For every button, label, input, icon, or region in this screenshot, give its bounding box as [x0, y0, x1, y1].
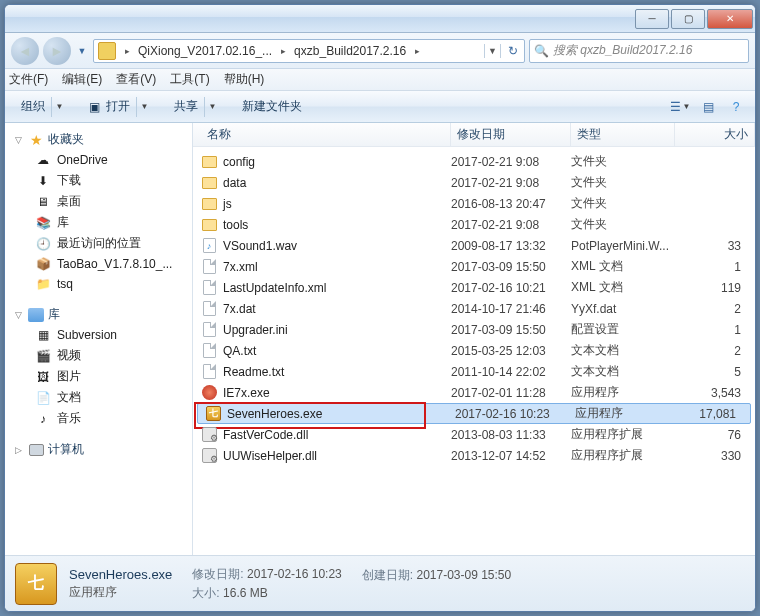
file-row[interactable]: js2016-08-13 20:47文件夹	[193, 193, 755, 214]
computer-icon	[29, 444, 44, 456]
status-size-label: 大小:	[192, 586, 219, 600]
sidebar-item[interactable]: ⬇下载	[5, 170, 192, 191]
file-date: 2017-02-01 11:28	[451, 386, 571, 400]
file-name: 7x.xml	[223, 260, 258, 274]
file-icon	[203, 322, 216, 337]
breadcrumb[interactable]: ▸ QiXiong_V2017.02.16_... ▸ qxzb_Build20…	[93, 39, 525, 63]
breadcrumb-chevron-icon[interactable]: ▸	[410, 46, 424, 56]
sidebar-item-icon: ⬇	[35, 173, 51, 189]
sidebar-item[interactable]: ☁OneDrive	[5, 150, 192, 170]
sidebar-item[interactable]: 🎬视频	[5, 345, 192, 366]
breadcrumb-chevron-icon[interactable]: ▸	[276, 46, 290, 56]
menu-view[interactable]: 查看(V)	[116, 71, 156, 88]
share-button[interactable]: 共享▼	[164, 95, 230, 119]
sidebar-item[interactable]: 🕘最近访问的位置	[5, 233, 192, 254]
file-date: 2017-03-09 15:50	[451, 260, 571, 274]
close-button[interactable]: ✕	[707, 9, 753, 29]
menu-file[interactable]: 文件(F)	[9, 71, 48, 88]
star-icon: ★	[28, 132, 44, 148]
help-button[interactable]: ?	[723, 96, 749, 118]
nav-forward-button[interactable]: ►	[43, 37, 71, 65]
sidebar-item[interactable]: 📚库	[5, 212, 192, 233]
file-type: 文件夹	[571, 195, 675, 212]
file-name: LastUpdateInfo.xml	[223, 281, 326, 295]
sidebar-item[interactable]: 📁tsq	[5, 274, 192, 294]
file-icon	[203, 280, 216, 295]
file-row[interactable]: IE7x.exe2017-02-01 11:28应用程序3,543	[193, 382, 755, 403]
file-name: tools	[223, 218, 248, 232]
file-date: 2017-02-21 9:08	[451, 155, 571, 169]
toolbar: 组织▼ ▣打开▼ 共享▼ 新建文件夹 ☰▼ ▤ ?	[5, 91, 755, 123]
breadcrumb-segment-2[interactable]: qxzb_Build2017.2.16	[290, 40, 410, 62]
organize-button[interactable]: 组织▼	[11, 95, 77, 119]
file-name: data	[223, 176, 246, 190]
file-row[interactable]: Readme.txt2011-10-14 22:02文本文档5	[193, 361, 755, 382]
file-size: 17,081	[679, 407, 750, 421]
nav-back-button[interactable]: ◄	[11, 37, 39, 65]
sidebar-item-label: tsq	[57, 277, 73, 291]
file-size: 76	[675, 428, 755, 442]
breadcrumb-segment-1[interactable]: QiXiong_V2017.02.16_...	[134, 40, 276, 62]
sidebar-item-label: 桌面	[57, 193, 81, 210]
file-date: 2009-08-17 13:32	[451, 239, 571, 253]
menu-tools[interactable]: 工具(T)	[170, 71, 209, 88]
new-folder-button[interactable]: 新建文件夹	[232, 95, 312, 119]
minimize-button[interactable]: ─	[635, 9, 669, 29]
file-row[interactable]: LastUpdateInfo.xml2017-02-16 10:21XML 文档…	[193, 277, 755, 298]
menu-edit[interactable]: 编辑(E)	[62, 71, 102, 88]
file-row[interactable]: 7x.xml2017-03-09 15:50XML 文档1	[193, 256, 755, 277]
sidebar-item[interactable]: 🖥桌面	[5, 191, 192, 212]
menu-help[interactable]: 帮助(H)	[224, 71, 265, 88]
expand-icon[interactable]: ▷	[13, 444, 24, 455]
file-date: 2017-02-16 10:21	[451, 281, 571, 295]
file-row[interactable]: ♪VSound1.wav2009-08-17 13:32PotPlayerMin…	[193, 235, 755, 256]
file-size: 2	[675, 344, 755, 358]
view-options-button[interactable]: ☰▼	[667, 96, 693, 118]
file-row[interactable]: QA.txt2015-03-25 12:03文本文档2	[193, 340, 755, 361]
file-row[interactable]: config2017-02-21 9:08文件夹	[193, 151, 755, 172]
file-name: IE7x.exe	[223, 386, 270, 400]
sidebar-item-icon: 📦	[35, 256, 51, 272]
collapse-icon[interactable]: ▽	[13, 309, 24, 320]
status-filetype: 应用程序	[69, 584, 172, 601]
sidebar-item[interactable]: 🖼图片	[5, 366, 192, 387]
sidebar-item-label: Subversion	[57, 328, 117, 342]
refresh-button[interactable]: ↻	[500, 44, 524, 58]
file-row[interactable]: tools2017-02-21 9:08文件夹	[193, 214, 755, 235]
file-row[interactable]: data2017-02-21 9:08文件夹	[193, 172, 755, 193]
file-row[interactable]: FastVerCode.dll2013-08-03 11:33应用程序扩展76	[193, 424, 755, 445]
sidebar-item[interactable]: ♪音乐	[5, 408, 192, 429]
exe-icon: 七	[206, 406, 221, 421]
file-row[interactable]: UUWiseHelper.dll2013-12-07 14:52应用程序扩展33…	[193, 445, 755, 466]
col-name[interactable]: 名称	[201, 123, 451, 146]
breadcrumb-chevron-icon[interactable]: ▸	[120, 46, 134, 56]
computer-header[interactable]: ▷ 计算机	[5, 439, 192, 460]
sidebar-item[interactable]: 📄文档	[5, 387, 192, 408]
sidebar-item[interactable]: ▦Subversion	[5, 325, 192, 345]
maximize-button[interactable]: ▢	[671, 9, 705, 29]
dll-icon	[202, 448, 217, 463]
nav-history-dropdown[interactable]: ▼	[75, 40, 89, 62]
search-input[interactable]: 🔍 搜索 qxzb_Build2017.2.16	[529, 39, 749, 63]
col-size[interactable]: 大小	[675, 123, 755, 146]
libraries-header[interactable]: ▽ 库	[5, 304, 192, 325]
file-date: 2017-03-09 15:50	[451, 323, 571, 337]
sidebar-item-icon: ▦	[35, 327, 51, 343]
file-name: js	[223, 197, 232, 211]
nav-pane: ▽ ★ 收藏夹 ☁OneDrive⬇下载🖥桌面📚库🕘最近访问的位置📦TaoBao…	[5, 123, 193, 555]
col-type[interactable]: 类型	[571, 123, 675, 146]
address-bar-area: ◄ ► ▼ ▸ QiXiong_V2017.02.16_... ▸ qxzb_B…	[5, 33, 755, 69]
sidebar-item[interactable]: 📦TaoBao_V1.7.8.10_...	[5, 254, 192, 274]
file-icon	[203, 259, 216, 274]
file-row[interactable]: 七SevenHeroes.exe2017-02-16 10:23应用程序17,0…	[197, 403, 751, 424]
folder-icon	[202, 156, 217, 168]
preview-pane-button[interactable]: ▤	[695, 96, 721, 118]
file-row[interactable]: 7x.dat2014-10-17 21:46YyXf.dat2	[193, 298, 755, 319]
favorites-header[interactable]: ▽ ★ 收藏夹	[5, 129, 192, 150]
file-row[interactable]: Upgrader.ini2017-03-09 15:50配置设置1	[193, 319, 755, 340]
open-button[interactable]: ▣打开▼	[79, 95, 162, 119]
title-bar[interactable]: ─ ▢ ✕	[5, 5, 755, 33]
breadcrumb-dropdown[interactable]: ▼	[484, 44, 500, 58]
col-date[interactable]: 修改日期	[451, 123, 571, 146]
collapse-icon[interactable]: ▽	[13, 134, 24, 145]
